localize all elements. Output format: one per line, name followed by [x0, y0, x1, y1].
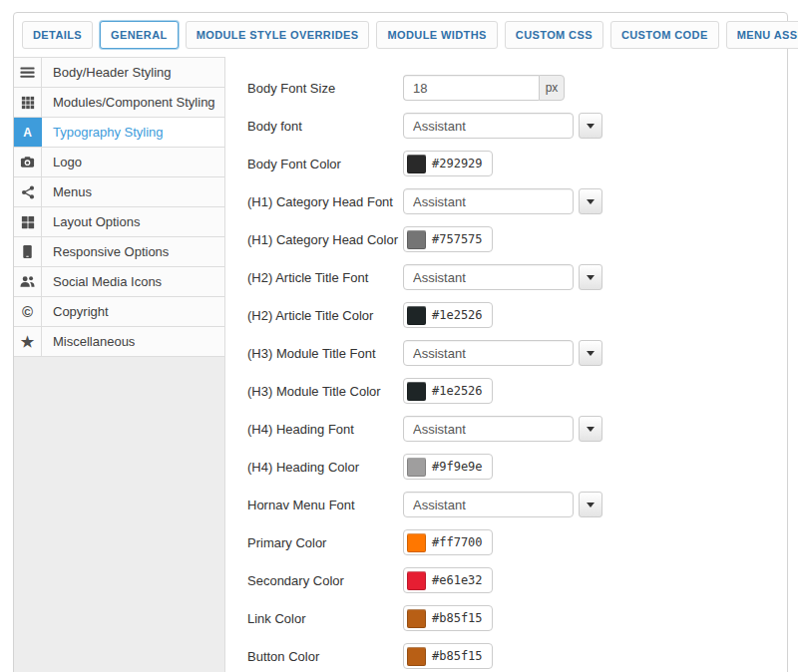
- caret-down-icon: [587, 199, 595, 204]
- color-swatch: [407, 382, 426, 401]
- tab-module-widths[interactable]: MODULE WIDTHS: [376, 21, 497, 49]
- field-label: Body font: [247, 119, 403, 134]
- sidebar-item-miscellaneous[interactable]: ★ Miscellaneous: [14, 327, 224, 357]
- sidebar-item-label: Modules/Component Styling: [42, 88, 224, 117]
- h1-font-dropdown-button[interactable]: [579, 188, 602, 214]
- color-hex-value: #9f9e9e: [432, 460, 483, 474]
- color-swatch: [407, 230, 426, 249]
- field-body-font: Body font: [247, 113, 787, 139]
- star-icon: ★: [14, 327, 42, 356]
- color-hex-value: #757575: [432, 232, 483, 246]
- settings-sidebar: Body/Header Styling Modules/Component St…: [14, 57, 225, 672]
- sidebar-item-copyright[interactable]: © Copyright: [14, 297, 224, 327]
- sidebar-item-label: Miscellaneous: [42, 327, 224, 356]
- tab-menu-assignment[interactable]: MENU ASSIGNMENT: [726, 21, 798, 49]
- color-hex-value: #1e2526: [432, 308, 483, 322]
- h1-category-head-font-input[interactable]: [403, 188, 574, 214]
- caret-down-icon: [587, 503, 595, 507]
- body-font-color-picker[interactable]: #292929: [403, 151, 493, 176]
- share-alt-icon: [14, 177, 42, 206]
- hornav-menu-font-input[interactable]: [403, 492, 574, 517]
- h3-module-title-color-picker[interactable]: #1e2526: [403, 378, 493, 404]
- field-label: (H1) Category Head Font: [247, 194, 403, 209]
- color-swatch: [407, 609, 426, 628]
- h2-article-title-font-input[interactable]: [403, 264, 574, 290]
- tab-module-style-overrides[interactable]: MODULE STYLE OVERRIDES: [186, 21, 370, 49]
- field-label: Body Font Color: [247, 157, 403, 171]
- sidebar-item-layout-options[interactable]: Layout Options: [14, 207, 224, 237]
- sidebar-item-label: Copyright: [42, 297, 224, 326]
- body-font-input[interactable]: [403, 113, 574, 139]
- h2-article-title-color-picker[interactable]: #1e2526: [403, 302, 493, 328]
- color-swatch: [407, 306, 426, 325]
- sidebar-item-modules-component-styling[interactable]: Modules/Component Styling: [14, 88, 224, 118]
- h4-heading-color-picker[interactable]: #9f9e9e: [403, 454, 493, 480]
- field-h2-article-title-color: (H2) Article Title Color #1e2526: [247, 302, 787, 328]
- field-label: Link Color: [247, 611, 403, 626]
- field-label: (H4) Heading Font: [247, 422, 403, 437]
- h4-heading-font-input[interactable]: [403, 416, 574, 442]
- color-hex-value: #b85f15: [432, 649, 483, 663]
- field-label: Button Color: [247, 649, 403, 664]
- field-label: (H2) Article Title Color: [247, 308, 403, 323]
- h1-category-head-color-picker[interactable]: #757575: [403, 226, 493, 252]
- link-color-picker[interactable]: #b85f15: [403, 605, 493, 631]
- color-hex-value: #292929: [432, 157, 483, 170]
- field-label: Primary Color: [247, 535, 403, 550]
- sidebar-item-logo[interactable]: Logo: [14, 148, 224, 177]
- tab-general[interactable]: GENERAL: [100, 21, 179, 49]
- field-h1-category-head-color: (H1) Category Head Color #757575: [247, 226, 787, 252]
- field-secondary-color: Secondary Color #e61e32: [247, 567, 787, 593]
- sidebar-item-social-media-icons[interactable]: Social Media Icons: [14, 267, 224, 297]
- bars-icon: [14, 58, 42, 87]
- caret-down-icon: [587, 351, 595, 356]
- tab-custom-code[interactable]: CUSTOM CODE: [610, 21, 719, 49]
- template-settings-panel: DETAILS GENERAL MODULE STYLE OVERRIDES M…: [13, 12, 788, 672]
- color-hex-value: #ff7700: [432, 535, 483, 549]
- sidebar-item-label: Responsive Options: [42, 237, 224, 266]
- users-icon: [14, 267, 42, 296]
- secondary-color-picker[interactable]: #e61e32: [403, 567, 493, 593]
- field-h2-article-title-font: (H2) Article Title Font: [247, 264, 787, 290]
- color-swatch: [407, 533, 426, 552]
- sidebar-item-typography-styling[interactable]: A Typography Styling: [14, 118, 224, 148]
- field-label: Body Font Size: [247, 81, 403, 96]
- camera-icon: [14, 148, 42, 176]
- px-unit-addon: px: [539, 75, 565, 101]
- tab-custom-css[interactable]: CUSTOM CSS: [505, 21, 603, 49]
- color-hex-value: #b85f15: [432, 611, 483, 625]
- primary-color-picker[interactable]: #ff7700: [403, 529, 493, 555]
- field-hornav-menu-font: Hornav Menu Font: [247, 492, 787, 517]
- tab-bar: DETAILS GENERAL MODULE STYLE OVERRIDES M…: [14, 13, 787, 57]
- h2-font-dropdown-button[interactable]: [579, 264, 602, 290]
- field-button-color: Button Color #b85f15: [247, 643, 787, 669]
- color-swatch: [407, 571, 426, 590]
- body-font-dropdown-button[interactable]: [579, 113, 602, 139]
- h3-module-title-font-input[interactable]: [403, 340, 574, 366]
- field-label: Secondary Color: [247, 573, 403, 588]
- field-label: (H3) Module Title Font: [247, 346, 403, 361]
- hornav-font-dropdown-button[interactable]: [579, 492, 602, 517]
- tab-details[interactable]: DETAILS: [22, 21, 93, 49]
- caret-down-icon: [587, 427, 595, 432]
- field-h4-heading-font: (H4) Heading Font: [247, 416, 787, 442]
- color-swatch: [407, 458, 426, 477]
- caret-down-icon: [587, 275, 595, 280]
- sidebar-item-responsive-options[interactable]: Responsive Options: [14, 237, 224, 267]
- content-area: Body/Header Styling Modules/Component St…: [14, 57, 787, 672]
- th-icon: [14, 88, 42, 117]
- field-h3-module-title-font: (H3) Module Title Font: [247, 340, 787, 366]
- field-label: (H1) Category Head Color: [247, 232, 403, 247]
- field-label: (H4) Heading Color: [247, 460, 403, 475]
- field-label: (H2) Article Title Font: [247, 270, 403, 285]
- sidebar-item-menus[interactable]: Menus: [14, 177, 224, 207]
- h4-font-dropdown-button[interactable]: [579, 416, 602, 442]
- button-color-picker[interactable]: #b85f15: [403, 643, 493, 669]
- tablet-icon: [14, 237, 42, 266]
- font-icon: A: [14, 118, 42, 147]
- h3-font-dropdown-button[interactable]: [579, 340, 602, 366]
- caret-down-icon: [587, 124, 595, 129]
- body-font-size-input[interactable]: [403, 75, 539, 101]
- field-h4-heading-color: (H4) Heading Color #9f9e9e: [247, 454, 787, 480]
- sidebar-item-body-header-styling[interactable]: Body/Header Styling: [14, 58, 224, 88]
